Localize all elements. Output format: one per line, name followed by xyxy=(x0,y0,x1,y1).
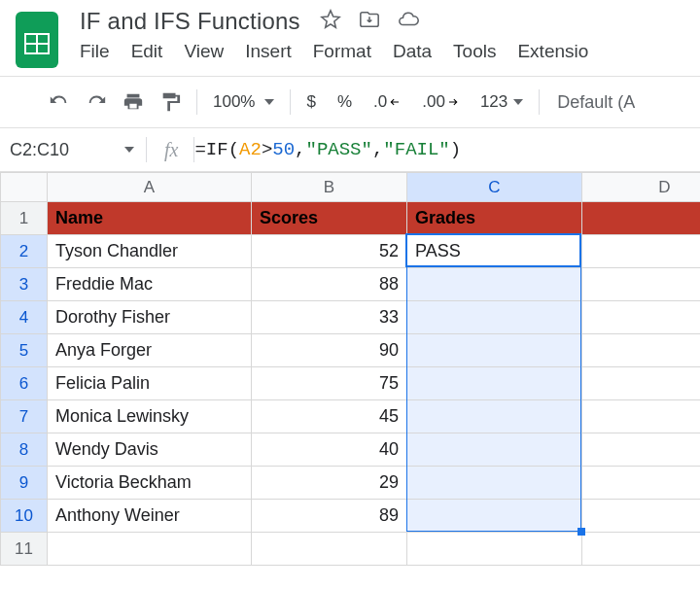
cell[interactable] xyxy=(252,533,407,566)
chevron-down-icon xyxy=(264,99,274,105)
more-formats-button[interactable]: 123 xyxy=(476,92,527,112)
cell[interactable]: 75 xyxy=(252,367,407,400)
cell[interactable] xyxy=(582,467,701,500)
cell[interactable]: Anthony Weiner xyxy=(48,500,252,533)
menu-bar: File Edit View Insert Format Data Tools … xyxy=(80,41,588,62)
cell[interactable] xyxy=(407,500,582,533)
cell[interactable]: 33 xyxy=(252,301,407,334)
cell[interactable] xyxy=(582,433,701,467)
toolbar: 100% $ % .0 .00 123 Default (A xyxy=(0,77,700,127)
format-percent-button[interactable]: % xyxy=(333,92,356,112)
row-header[interactable]: 6 xyxy=(1,367,48,400)
zoom-select[interactable]: 100% xyxy=(205,92,282,112)
cell[interactable] xyxy=(582,533,701,566)
cell[interactable] xyxy=(407,334,582,367)
row-header[interactable]: 5 xyxy=(1,334,48,367)
cell[interactable]: Anya Forger xyxy=(48,334,252,367)
menu-file[interactable]: File xyxy=(80,41,110,62)
spreadsheet-grid[interactable]: A B C D 1 Name Scores Grades 2 Tyson Cha… xyxy=(0,172,700,566)
cell[interactable] xyxy=(407,467,582,500)
row-header[interactable]: 11 xyxy=(1,533,48,566)
cell[interactable] xyxy=(582,235,701,268)
cell[interactable]: Victoria Beckham xyxy=(48,467,252,500)
cell[interactable] xyxy=(582,301,701,334)
increase-decimals-button[interactable]: .00 xyxy=(418,92,463,112)
menu-format[interactable]: Format xyxy=(313,41,371,62)
cell[interactable] xyxy=(407,268,582,301)
font-select[interactable]: Default (A xyxy=(547,92,635,113)
sheets-icon xyxy=(16,12,58,68)
row-header[interactable]: 10 xyxy=(1,500,48,533)
cell[interactable] xyxy=(582,268,701,301)
col-header-c[interactable]: C xyxy=(407,173,582,202)
cloud-status-icon[interactable] xyxy=(398,9,419,34)
cell[interactable]: 45 xyxy=(252,400,407,433)
row-header[interactable]: 4 xyxy=(1,301,48,334)
row-header[interactable]: 3 xyxy=(1,268,48,301)
cell[interactable] xyxy=(407,400,582,433)
cell[interactable]: 90 xyxy=(252,334,407,367)
move-icon[interactable] xyxy=(359,9,380,34)
row-header[interactable]: 1 xyxy=(1,202,48,235)
cell[interactable] xyxy=(407,367,582,400)
chevron-down-icon xyxy=(513,99,523,105)
cell[interactable] xyxy=(407,301,582,334)
menu-view[interactable]: View xyxy=(184,41,224,62)
app-logo[interactable] xyxy=(12,8,62,70)
col-header-d[interactable]: D xyxy=(582,173,701,202)
cell[interactable] xyxy=(582,367,701,400)
cell[interactable]: Dorothy Fisher xyxy=(48,301,252,334)
row-header[interactable]: 9 xyxy=(1,467,48,500)
row-header[interactable]: 7 xyxy=(1,400,48,433)
cell[interactable] xyxy=(582,202,701,235)
fx-icon: fx xyxy=(147,139,193,161)
cell[interactable]: 29 xyxy=(252,467,407,500)
name-box[interactable]: C2:C10 xyxy=(0,128,146,171)
cell-active[interactable]: PASS xyxy=(407,235,582,268)
menu-edit[interactable]: Edit xyxy=(131,41,163,62)
menu-extensions[interactable]: Extensio xyxy=(517,41,588,62)
cell[interactable]: Felicia Palin xyxy=(48,367,252,400)
cell[interactable]: Tyson Chandler xyxy=(48,235,252,268)
cell[interactable]: Name xyxy=(48,202,252,235)
decrease-decimals-button[interactable]: .0 xyxy=(369,92,404,112)
document-title[interactable]: IF and IFS Functions xyxy=(80,8,300,35)
row-header[interactable]: 8 xyxy=(1,433,48,467)
titlebar: IF and IFS Functions File Edit View Inse… xyxy=(0,0,700,76)
select-all-corner[interactable] xyxy=(1,173,48,202)
cell[interactable]: 40 xyxy=(252,433,407,467)
chevron-down-icon xyxy=(124,147,134,153)
col-header-a[interactable]: A xyxy=(48,173,252,202)
cell[interactable]: Grades xyxy=(407,202,582,235)
col-header-b[interactable]: B xyxy=(252,173,407,202)
menu-tools[interactable]: Tools xyxy=(453,41,496,62)
cell[interactable]: Monica Lewinsky xyxy=(48,400,252,433)
row-header[interactable]: 2 xyxy=(1,235,48,268)
cell[interactable] xyxy=(407,533,582,566)
name-box-value: C2:C10 xyxy=(10,140,69,160)
cell[interactable] xyxy=(582,400,701,433)
cell[interactable] xyxy=(48,533,252,566)
cell[interactable]: 88 xyxy=(252,268,407,301)
formula-bar-row: C2:C10 fx =IF(A2>50, "PASS", "FAIL") xyxy=(0,127,700,172)
menu-data[interactable]: Data xyxy=(393,41,432,62)
cell[interactable] xyxy=(582,334,701,367)
format-currency-button[interactable]: $ xyxy=(302,92,319,112)
undo-button[interactable] xyxy=(41,85,78,120)
cell[interactable] xyxy=(407,433,582,467)
menu-insert[interactable]: Insert xyxy=(245,41,292,62)
paint-format-button[interactable] xyxy=(152,85,189,120)
print-button[interactable] xyxy=(115,85,152,120)
redo-button[interactable] xyxy=(78,85,115,120)
cell[interactable]: Freddie Mac xyxy=(48,268,252,301)
cell[interactable]: Scores xyxy=(252,202,407,235)
star-icon[interactable] xyxy=(320,9,341,34)
cell[interactable]: Wendy Davis xyxy=(48,433,252,467)
formula-bar[interactable]: =IF(A2>50, "PASS", "FAIL") xyxy=(194,139,461,160)
cell[interactable] xyxy=(582,500,701,533)
cell[interactable]: 89 xyxy=(252,500,407,533)
cell[interactable]: 52 xyxy=(252,235,407,268)
